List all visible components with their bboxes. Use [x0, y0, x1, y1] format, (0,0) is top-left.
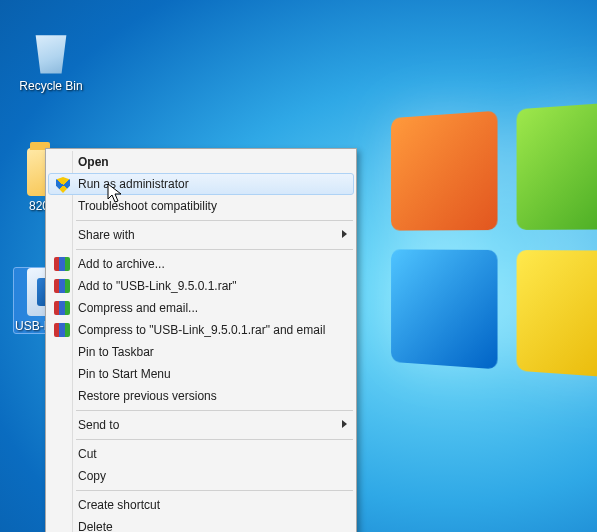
menu-open[interactable]: Open — [48, 151, 354, 173]
archive-icon — [53, 299, 71, 317]
menu-label: Pin to Taskbar — [78, 345, 154, 359]
desktop-icon-recycle-bin[interactable]: Recycle Bin — [14, 28, 88, 93]
menu-send-to[interactable]: Send to — [48, 414, 354, 436]
menu-label: Pin to Start Menu — [78, 367, 171, 381]
menu-run-as-administrator[interactable]: Run as administrator — [48, 173, 354, 195]
windows-logo — [391, 101, 597, 380]
menu-label: Restore previous versions — [78, 389, 217, 403]
menu-restore-previous-versions[interactable]: Restore previous versions — [48, 385, 354, 407]
separator — [76, 410, 353, 411]
menu-delete[interactable]: Delete — [48, 516, 354, 532]
separator — [76, 439, 353, 440]
menu-add-to-archive[interactable]: Add to archive... — [48, 253, 354, 275]
shield-icon — [54, 176, 72, 194]
menu-label: Open — [78, 155, 109, 169]
menu-label: Cut — [78, 447, 97, 461]
menu-label: Compress to "USB-Link_9.5.0.1.rar" and e… — [78, 323, 325, 337]
menu-label: Compress and email... — [78, 301, 198, 315]
menu-copy[interactable]: Copy — [48, 465, 354, 487]
menu-create-shortcut[interactable]: Create shortcut — [48, 494, 354, 516]
recycle-bin-icon — [27, 28, 75, 76]
separator — [76, 220, 353, 221]
menu-pin-to-taskbar[interactable]: Pin to Taskbar — [48, 341, 354, 363]
menu-label: Troubleshoot compatibility — [78, 199, 217, 213]
context-menu: Open Run as administrator Troubleshoot c… — [45, 148, 357, 532]
chevron-right-icon — [342, 420, 347, 428]
menu-label: Copy — [78, 469, 106, 483]
menu-label: Add to archive... — [78, 257, 165, 271]
menu-add-to-named-rar[interactable]: Add to "USB-Link_9.5.0.1.rar" — [48, 275, 354, 297]
separator — [76, 490, 353, 491]
desktop-icon-label: Recycle Bin — [14, 79, 88, 93]
menu-troubleshoot-compatibility[interactable]: Troubleshoot compatibility — [48, 195, 354, 217]
chevron-right-icon — [342, 230, 347, 238]
menu-share-with[interactable]: Share with — [48, 224, 354, 246]
menu-compress-and-email[interactable]: Compress and email... — [48, 297, 354, 319]
archive-icon — [53, 277, 71, 295]
archive-icon — [53, 321, 71, 339]
menu-label: Send to — [78, 418, 119, 432]
menu-label: Add to "USB-Link_9.5.0.1.rar" — [78, 279, 237, 293]
archive-icon — [53, 255, 71, 273]
menu-label: Delete — [78, 520, 113, 532]
menu-label: Run as administrator — [78, 177, 189, 191]
menu-label: Share with — [78, 228, 135, 242]
menu-cut[interactable]: Cut — [48, 443, 354, 465]
separator — [76, 249, 353, 250]
menu-label: Create shortcut — [78, 498, 160, 512]
menu-pin-to-start-menu[interactable]: Pin to Start Menu — [48, 363, 354, 385]
menu-compress-named-and-email[interactable]: Compress to "USB-Link_9.5.0.1.rar" and e… — [48, 319, 354, 341]
